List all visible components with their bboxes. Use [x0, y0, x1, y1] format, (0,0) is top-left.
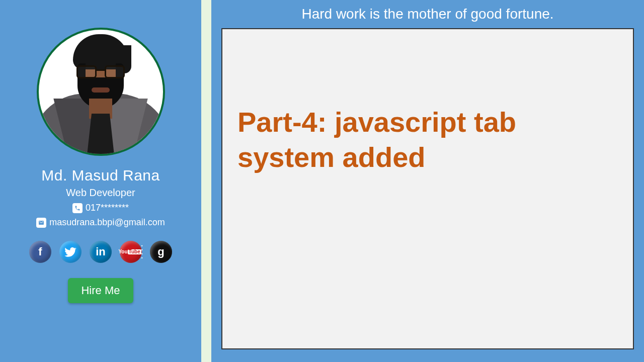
hire-me-button[interactable]: Hire Me [68, 278, 133, 303]
email-row: masudrana.bbpi@gmail.com [36, 217, 165, 228]
avatar [37, 28, 165, 156]
tagline-text: Hard work is the mother of good fortune. [301, 6, 553, 22]
email-text: masudrana.bbpi@gmail.com [49, 217, 165, 228]
content-box: Part-4: javascript tab system added [221, 28, 634, 349]
phone-row: 017******** [72, 203, 129, 213]
social-links: f in You Tube • • • • g [29, 241, 172, 263]
vertical-divider [201, 0, 211, 362]
youtube-icon[interactable]: You Tube • • • • [120, 241, 142, 263]
youtube-dots: • • • • [141, 244, 143, 260]
phone-icon [72, 203, 83, 213]
email-icon [36, 218, 46, 228]
youtube-text-top: You [118, 249, 127, 254]
profile-name: Md. Masud Rana [41, 167, 159, 184]
profile-sidebar: Md. Masud Rana Web Developer 017********… [0, 0, 201, 362]
phone-text: 017******** [86, 203, 129, 213]
facebook-icon[interactable]: f [29, 241, 51, 263]
github-icon[interactable]: g [150, 241, 172, 263]
twitter-icon[interactable] [59, 241, 82, 263]
main-panel: Hard work is the mother of good fortune.… [211, 0, 644, 362]
content-title: Part-4: javascript tab system added [237, 105, 618, 175]
youtube-text-bottom: Tube [128, 249, 141, 254]
avatar-illustration [39, 28, 163, 154]
linkedin-icon[interactable]: in [90, 241, 112, 263]
profile-role: Web Developer [66, 187, 135, 199]
